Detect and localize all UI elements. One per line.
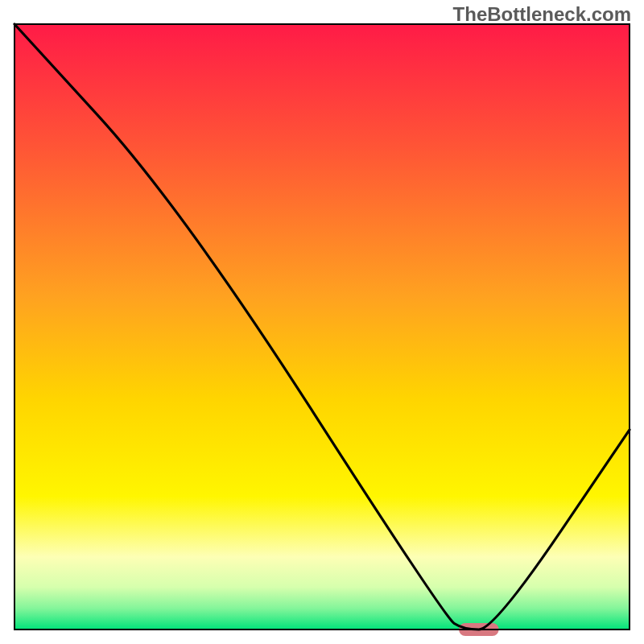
- watermark-text: TheBottleneck.com: [453, 3, 631, 26]
- chart-container: { "watermark": "TheBottleneck.com", "cha…: [0, 0, 644, 644]
- plot-background: [14, 24, 630, 630]
- bottleneck-chart: [0, 0, 644, 644]
